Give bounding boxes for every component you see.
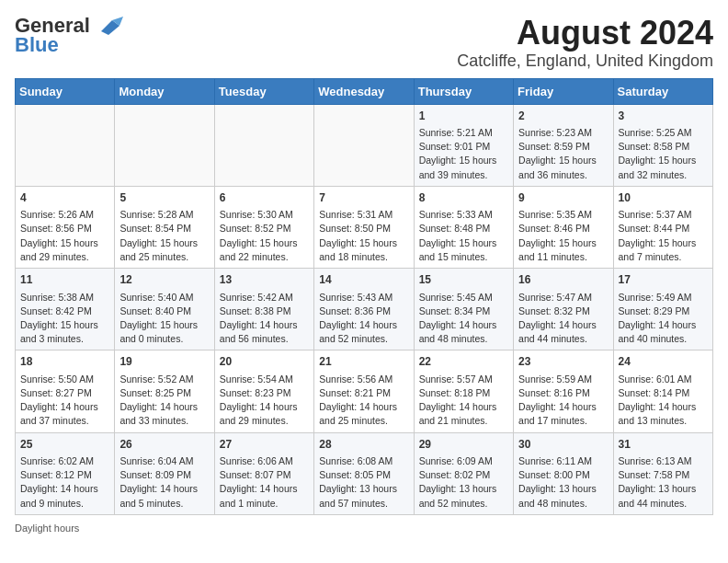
- day-number: 30: [518, 437, 608, 453]
- calendar-table: SundayMondayTuesdayWednesdayThursdayFrid…: [15, 78, 713, 515]
- calendar-cell: 13Sunrise: 5:42 AMSunset: 8:38 PMDayligh…: [214, 269, 313, 350]
- day-info: Sunrise: 5:54 AM: [220, 373, 309, 386]
- day-number: 26: [119, 437, 209, 453]
- day-info: Sunset: 8:46 PM: [518, 222, 608, 236]
- day-number: 23: [518, 354, 608, 370]
- day-info: Daylight: 14 hours and 29 minutes.: [220, 400, 309, 428]
- day-number: 21: [319, 354, 408, 370]
- calendar-cell: 10Sunrise: 5:37 AMSunset: 8:44 PMDayligh…: [613, 186, 712, 268]
- day-number: 13: [220, 272, 309, 288]
- day-info: Sunset: 8:42 PM: [20, 304, 109, 318]
- logo-bird-icon: [94, 15, 123, 37]
- day-info: Sunrise: 5:37 AM: [619, 208, 708, 222]
- day-info: Sunset: 8:59 PM: [518, 140, 608, 154]
- day-info: Sunset: 8:00 PM: [518, 468, 608, 482]
- calendar-cell: 17Sunrise: 5:49 AMSunset: 8:29 PMDayligh…: [613, 269, 712, 350]
- calendar-cell: 29Sunrise: 6:09 AMSunset: 8:02 PMDayligh…: [414, 432, 513, 514]
- calendar-cell: 2Sunrise: 5:23 AMSunset: 8:59 PMDaylight…: [514, 104, 613, 186]
- calendar-cell: 20Sunrise: 5:54 AMSunset: 8:23 PMDayligh…: [214, 350, 313, 432]
- title-block: August 2024 Catcliffe, England, United K…: [457, 15, 713, 71]
- day-info: Sunset: 8:40 PM: [119, 304, 209, 318]
- day-number: 15: [419, 272, 508, 288]
- day-number: 2: [518, 109, 608, 124]
- day-number: 31: [619, 437, 708, 453]
- day-info: Sunrise: 5:23 AM: [518, 126, 608, 140]
- day-info: Sunrise: 6:11 AM: [518, 454, 608, 468]
- day-info: Daylight: 14 hours and 25 minutes.: [319, 400, 408, 428]
- day-number: 3: [619, 109, 708, 124]
- calendar-week-row: 18Sunrise: 5:50 AMSunset: 8:27 PMDayligh…: [16, 350, 713, 432]
- day-info: Sunrise: 5:33 AM: [419, 208, 508, 222]
- day-info: Sunset: 8:25 PM: [119, 386, 209, 400]
- calendar-cell: 28Sunrise: 6:08 AMSunset: 8:05 PMDayligh…: [314, 432, 414, 514]
- day-number: 28: [319, 437, 408, 453]
- day-info: Sunrise: 6:04 AM: [119, 454, 209, 468]
- day-info: Sunset: 9:01 PM: [419, 140, 508, 154]
- calendar-cell: 27Sunrise: 6:06 AMSunset: 8:07 PMDayligh…: [214, 432, 313, 514]
- calendar-week-row: 25Sunrise: 6:02 AMSunset: 8:12 PMDayligh…: [16, 432, 713, 514]
- day-info: Daylight: 14 hours and 44 minutes.: [518, 318, 608, 346]
- day-number: 24: [619, 354, 708, 370]
- day-info: Sunset: 8:05 PM: [319, 468, 408, 482]
- day-info: Sunset: 8:50 PM: [319, 222, 408, 236]
- day-info: Daylight: 14 hours and 13 minutes.: [619, 400, 708, 428]
- day-info: Sunrise: 5:59 AM: [518, 373, 608, 386]
- calendar-cell: 1Sunrise: 5:21 AMSunset: 9:01 PMDaylight…: [414, 104, 513, 186]
- day-number: 7: [319, 190, 408, 206]
- calendar-cell: 26Sunrise: 6:04 AMSunset: 8:09 PMDayligh…: [115, 432, 214, 514]
- page-header: General Blue August 2024 Catcliffe, Engl…: [15, 15, 713, 71]
- day-info: Sunset: 8:38 PM: [220, 304, 309, 318]
- day-number: 10: [619, 190, 708, 206]
- calendar-cell: 25Sunrise: 6:02 AMSunset: 8:12 PMDayligh…: [16, 432, 115, 514]
- calendar-cell: [115, 104, 214, 186]
- day-info: Sunset: 8:16 PM: [518, 386, 608, 400]
- day-info: Daylight: 14 hours and 1 minute.: [220, 482, 309, 510]
- day-info: Daylight: 14 hours and 5 minutes.: [119, 482, 209, 510]
- calendar-cell: 18Sunrise: 5:50 AMSunset: 8:27 PMDayligh…: [16, 350, 115, 432]
- calendar-cell: 6Sunrise: 5:30 AMSunset: 8:52 PMDaylight…: [214, 186, 313, 268]
- day-info: Daylight: 15 hours and 25 minutes.: [119, 236, 209, 264]
- day-number: 17: [619, 272, 708, 288]
- day-info: Sunrise: 5:31 AM: [319, 208, 408, 222]
- logo: General Blue: [15, 15, 123, 57]
- day-info: Daylight: 15 hours and 32 minutes.: [619, 154, 708, 181]
- day-info: Sunrise: 5:30 AM: [220, 208, 309, 222]
- calendar-cell: 8Sunrise: 5:33 AMSunset: 8:48 PMDaylight…: [414, 186, 513, 268]
- calendar-cell: 16Sunrise: 5:47 AMSunset: 8:32 PMDayligh…: [514, 269, 613, 350]
- calendar-footer: Daylight hours: [15, 523, 713, 534]
- page-subtitle: Catcliffe, England, United Kingdom: [457, 52, 713, 71]
- day-info: Sunset: 8:52 PM: [220, 222, 309, 236]
- day-info: Sunrise: 5:49 AM: [619, 291, 708, 304]
- day-info: Daylight: 15 hours and 7 minutes.: [619, 236, 708, 264]
- day-info: Sunrise: 6:01 AM: [619, 373, 708, 386]
- day-number: 18: [20, 354, 109, 370]
- day-number: 1: [419, 109, 508, 124]
- calendar-week-row: 11Sunrise: 5:38 AMSunset: 8:42 PMDayligh…: [16, 269, 713, 350]
- calendar-cell: 21Sunrise: 5:56 AMSunset: 8:21 PMDayligh…: [314, 350, 414, 432]
- calendar-day-header: Sunday: [16, 78, 115, 104]
- day-info: Sunset: 8:02 PM: [419, 468, 508, 482]
- day-info: Sunset: 8:54 PM: [119, 222, 209, 236]
- calendar-cell: [214, 104, 313, 186]
- day-info: Sunrise: 6:13 AM: [619, 454, 708, 468]
- day-number: 12: [119, 272, 209, 288]
- calendar-cell: [314, 104, 414, 186]
- day-info: Sunrise: 5:50 AM: [20, 373, 109, 386]
- calendar-cell: [16, 104, 115, 186]
- calendar-day-header: Wednesday: [314, 78, 414, 104]
- calendar-week-row: 4Sunrise: 5:26 AMSunset: 8:56 PMDaylight…: [16, 186, 713, 268]
- day-info: Daylight: 15 hours and 22 minutes.: [220, 236, 309, 264]
- day-info: Sunset: 8:14 PM: [619, 386, 708, 400]
- day-info: Sunrise: 5:57 AM: [419, 373, 508, 386]
- calendar-header-row: SundayMondayTuesdayWednesdayThursdayFrid…: [16, 78, 713, 104]
- day-info: Sunset: 8:29 PM: [619, 304, 708, 318]
- day-info: Daylight: 14 hours and 17 minutes.: [518, 400, 608, 428]
- day-info: Sunset: 8:44 PM: [619, 222, 708, 236]
- day-info: Sunrise: 5:56 AM: [319, 373, 408, 386]
- day-info: Daylight: 13 hours and 48 minutes.: [518, 482, 608, 510]
- day-number: 8: [419, 190, 508, 206]
- day-info: Sunset: 8:56 PM: [20, 222, 109, 236]
- day-info: Daylight: 14 hours and 40 minutes.: [619, 318, 708, 346]
- day-info: Daylight: 13 hours and 52 minutes.: [419, 482, 508, 510]
- calendar-cell: 23Sunrise: 5:59 AMSunset: 8:16 PMDayligh…: [514, 350, 613, 432]
